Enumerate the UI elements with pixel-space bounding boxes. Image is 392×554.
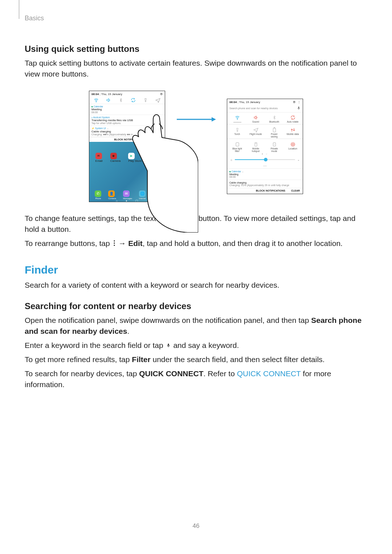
svg-marker-2 (212, 117, 216, 122)
notif-app: Calendar (94, 105, 103, 108)
svg-point-12 (291, 143, 295, 147)
paragraph: To change feature settings, tap the text… (25, 213, 367, 235)
location-icon (287, 141, 299, 147)
torch-icon (143, 98, 148, 103)
svg-rect-5 (273, 128, 275, 132)
notif-sub: Charging: 91% (Approximately 29 m until … (229, 184, 301, 186)
chevron-down-icon: ⌄ (297, 158, 300, 161)
more-icon (113, 238, 116, 249)
qs-label: Mobile data (287, 133, 299, 135)
blue-light-icon (231, 141, 244, 147)
sound-icon (106, 98, 111, 103)
status-date: Thu, 19 January (239, 100, 260, 104)
dock-label: Internet (139, 197, 146, 200)
svg-point-13 (114, 240, 115, 241)
figure-row: 08:04 | Thu, 19 January ⚙ (25, 91, 367, 202)
wifi-ssid-placeholder (233, 122, 241, 123)
paragraph: To rearrange buttons, tap → Edit, tap an… (25, 238, 367, 250)
wifi-icon (231, 115, 244, 120)
arrow-right (176, 116, 216, 119)
status-time: 08:04 (91, 93, 99, 96)
svg-point-0 (96, 102, 96, 102)
block-notifications-button: BLOCK NOTIFICATIONS (256, 189, 285, 192)
paragraph: Open the notification panel, swipe downw… (25, 315, 367, 337)
private-mode-icon (268, 141, 281, 147)
status-date: Thu, 19 January (101, 93, 122, 96)
paragraph: Enter a keyword in the search field or t… (25, 340, 367, 352)
gear-icon: ⚙ (293, 100, 295, 104)
qs-label: Bluetooth (268, 120, 281, 123)
auto-rotate-icon (131, 98, 136, 103)
svg-rect-16 (168, 346, 168, 347)
heading-finder: Finder (25, 264, 367, 276)
dock-label: Phone (95, 197, 101, 200)
svg-point-14 (114, 242, 115, 243)
notif-sub: 08:00 (229, 176, 301, 178)
svg-rect-3 (299, 109, 299, 110)
brightness-slider (235, 159, 295, 160)
qs-label: Power saving (268, 133, 281, 138)
wifi-icon (94, 98, 99, 103)
pager-dots: ● ○ (227, 152, 303, 156)
search-placeholder: Search phone and scan for nearby devices (229, 107, 278, 110)
notif-title: Meeting (91, 108, 163, 111)
flight-mode-icon (155, 98, 160, 103)
qs-label: Sound (250, 120, 262, 123)
header-rule (19, 0, 19, 19)
power-saving-icon (268, 127, 281, 133)
notif-sub: 08:00 (91, 111, 163, 114)
app-label: Email (95, 159, 103, 163)
qs-label: Private mode (268, 147, 281, 152)
subheading-quick-settings: Using quick setting buttons (25, 44, 367, 54)
notif-sub: Charging: ■■% (Approximately ■■ m (91, 133, 163, 136)
subheading-searching: Searching for content or nearby devices (25, 301, 367, 311)
block-notifications-bar: BLOCK NOTIFICATIO (89, 137, 165, 142)
notif-app: System UI (95, 127, 106, 130)
qs-label: Blue light filter (231, 147, 244, 152)
qs-label: Location (287, 147, 299, 150)
paragraph: To search for nearby devices, tap QUICK … (25, 368, 367, 390)
qs-label: Mobile hotspot (250, 147, 262, 152)
svg-point-11 (292, 144, 294, 145)
bluetooth-icon (118, 98, 123, 103)
app-label: Play Store (128, 159, 142, 163)
paragraph: Tap quick setting buttons to activate ce… (25, 58, 367, 80)
page-number: 46 (0, 522, 392, 530)
svg-rect-7 (236, 143, 238, 146)
paragraph: Search for a variety of content with a k… (25, 280, 367, 291)
mic-icon (297, 106, 301, 111)
mobile-hotspot-icon (250, 141, 262, 147)
phone-screenshot-left: 08:04 | Thu, 19 January ⚙ (89, 91, 165, 202)
more-icon: ⋮ (298, 100, 301, 104)
qs-label: Auto rotate (287, 120, 299, 123)
mic-icon (166, 340, 171, 351)
dock-label: Contacts (108, 197, 116, 200)
gear-icon: ⚙ (160, 93, 163, 96)
notif-app: Calendar (232, 170, 241, 173)
notif-title: Cable charging (229, 181, 301, 184)
bluetooth-icon (268, 115, 281, 120)
drag-handle: ― (227, 164, 303, 168)
svg-point-4 (237, 119, 237, 119)
paragraph: To get more refined results, tap Filter … (25, 354, 367, 365)
notif-title: Transferring media files via USB (91, 119, 163, 122)
svg-point-15 (114, 245, 115, 246)
qs-label: Flight mode (250, 133, 262, 135)
notif-title: Meeting (229, 173, 301, 176)
torch-icon (231, 127, 244, 133)
notif-title: Cable charging (91, 130, 163, 133)
mobile-data-icon (287, 127, 299, 133)
auto-rotate-icon (287, 115, 299, 120)
section-header: Basics (25, 15, 367, 22)
svg-point-9 (256, 143, 256, 143)
phone-screenshot-right: 08:04 | Thu, 19 January ⚙⋮ Search phone … (227, 99, 303, 194)
status-time: 08:04 (229, 100, 237, 104)
qs-label: Torch (231, 133, 244, 135)
flight-mode-icon (250, 127, 262, 133)
app-label: Camera (110, 159, 121, 163)
svg-rect-6 (274, 127, 274, 128)
app-label: Google (150, 159, 159, 163)
quick-connect-link[interactable]: QUICK CONNECT (237, 369, 301, 378)
notif-sub: Tap for other USB options. (91, 122, 163, 124)
dock-label: Apps (153, 197, 159, 200)
